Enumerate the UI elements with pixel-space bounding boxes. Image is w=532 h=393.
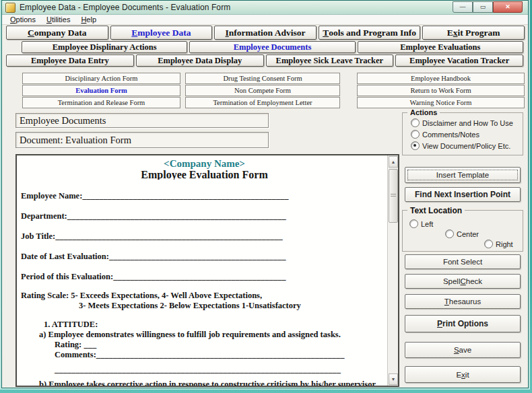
scrollbar-thumb[interactable] bbox=[389, 169, 398, 223]
minimize-button[interactable]: — bbox=[453, 1, 473, 13]
radio-center[interactable]: Center bbox=[445, 229, 479, 238]
form-non-compete[interactable]: Non Compete Form bbox=[185, 85, 340, 96]
text-location-groupbox: Text Location Left Center Right bbox=[402, 210, 523, 252]
nav-data-entry[interactable]: Employee Data Entry bbox=[6, 55, 134, 67]
nav-company-data[interactable]: Company Data bbox=[6, 26, 108, 40]
form-disciplinary-action[interactable]: Disciplinary Action Form bbox=[22, 73, 180, 84]
menu-options[interactable]: Options bbox=[5, 15, 41, 24]
menu-help[interactable]: Help bbox=[75, 15, 102, 24]
form-termination-letter[interactable]: Termination of Employment Letter bbox=[185, 97, 340, 108]
radio-comments-notes[interactable]: Comments/Notes bbox=[411, 130, 479, 139]
text-location-title: Text Location bbox=[407, 206, 465, 215]
nav-information-advisor[interactable]: Information Advisor bbox=[214, 26, 317, 40]
doc-line: ________________________________________… bbox=[17, 365, 388, 375]
document-content: <Company Name>Employee Evaluation FormEm… bbox=[17, 155, 388, 386]
nav-employee-evaluations[interactable]: Employee Evaluations bbox=[358, 41, 523, 53]
actions-group-title: Actions bbox=[407, 108, 440, 116]
nav-disciplinary-actions[interactable]: Employee Displinary Actions bbox=[22, 41, 187, 53]
category-field: Employee Documents bbox=[15, 113, 269, 128]
form-termination-release[interactable]: Termination and Release Form bbox=[22, 97, 180, 108]
desktop-background: Employee Data - Employee Documents - Eva… bbox=[0, 0, 532, 393]
actions-groupbox: Actions Disclaimer and How To Use Commen… bbox=[402, 112, 523, 155]
menu-utilities[interactable]: Utilities bbox=[41, 15, 75, 24]
radio-label: Comments/Notes bbox=[422, 131, 479, 139]
app-icon bbox=[5, 3, 15, 13]
doc-line: 3- Meets Expectations 2- Below Expectati… bbox=[17, 301, 388, 311]
radio-label: Center bbox=[457, 230, 479, 238]
radio-label: View Document/Policy Etc. bbox=[422, 142, 510, 150]
title-bar: Employee Data - Employee Documents - Eva… bbox=[2, 1, 528, 15]
nav-tools-program-info[interactable]: Tools and Program Info bbox=[319, 26, 421, 40]
radio-icon bbox=[411, 141, 420, 150]
close-button[interactable]: ✕ bbox=[493, 1, 523, 13]
thesaurus-button[interactable]: Thesaurus bbox=[405, 294, 521, 309]
doc-line: 1. ATTITUDE: bbox=[17, 320, 388, 330]
forms-column-3: Employee Handbook Return to Work Form Wa… bbox=[357, 73, 525, 108]
scroll-up-icon[interactable]: ▲ bbox=[389, 156, 398, 168]
nav-employee-data[interactable]: Employee Data bbox=[110, 26, 213, 40]
radio-right[interactable]: Right bbox=[484, 240, 513, 248]
nav-data-display[interactable]: Employee Data Display bbox=[136, 55, 264, 67]
exit-button[interactable]: Exit bbox=[405, 366, 521, 383]
document-forms-grid: Disciplinary Action Form Evaluation Form… bbox=[22, 73, 525, 108]
radio-left[interactable]: Left bbox=[409, 219, 433, 228]
menu-bar: Options Utilities Help bbox=[2, 15, 528, 25]
doc-line: Comments:_______________________________… bbox=[17, 350, 388, 360]
form-drug-testing[interactable]: Drug Testing Consent Form bbox=[185, 73, 340, 84]
document-field: Document: Evaluation Form bbox=[15, 132, 269, 148]
save-button[interactable]: Save bbox=[405, 342, 521, 358]
doc-line: Employee Name:__________________________… bbox=[17, 191, 388, 201]
nav-sick-leave-tracker[interactable]: Employee Sick Leave Tracker bbox=[266, 55, 394, 67]
doc-line: a) Employee demonstrates willingness to … bbox=[17, 330, 388, 340]
form-return-to-work[interactable]: Return to Work Form bbox=[357, 85, 525, 96]
window-title: Employee Data - Employee Documents - Eva… bbox=[20, 3, 230, 12]
doc-line: b) Employee takes corrective action in r… bbox=[17, 380, 388, 386]
radio-icon bbox=[411, 130, 420, 139]
radio-icon bbox=[409, 219, 418, 228]
forms-column-2: Drug Testing Consent Form Non Compete Fo… bbox=[185, 73, 340, 108]
nav-exit-program[interactable]: Exit Program bbox=[422, 26, 525, 40]
doc-line: Date of Last Evaluation:________________… bbox=[17, 252, 388, 262]
print-options-button[interactable]: Print Options bbox=[405, 315, 521, 332]
doc-line: Job Title:______________________________… bbox=[17, 231, 388, 242]
main-nav-row: Company Data Employee Data Information A… bbox=[6, 26, 525, 40]
doc-line: Employee Evaluation Form bbox=[17, 170, 388, 180]
nav-vacation-tracker[interactable]: Employee Vacation Tracker bbox=[395, 55, 523, 67]
radio-label: Disclaimer and How To Use bbox=[422, 119, 513, 127]
doc-line: Period of this Evaluation:______________… bbox=[17, 272, 388, 282]
radio-icon bbox=[445, 229, 454, 238]
document-preview[interactable]: <Company Name>Employee Evaluation FormEm… bbox=[15, 154, 399, 387]
radio-icon bbox=[411, 118, 420, 127]
radio-view-document[interactable]: View Document/Policy Etc. bbox=[411, 141, 510, 150]
radio-icon bbox=[484, 240, 493, 248]
radio-disclaimer[interactable]: Disclaimer and How To Use bbox=[411, 118, 513, 127]
employee-tools-row: Employee Data Entry Employee Data Displa… bbox=[6, 55, 523, 67]
radio-label: Right bbox=[496, 240, 513, 248]
maximize-button[interactable]: ▭ bbox=[473, 1, 493, 13]
doc-line: <Company Name> bbox=[17, 159, 388, 169]
forms-column-1: Disciplinary Action Form Evaluation Form… bbox=[22, 73, 180, 108]
form-employee-handbook[interactable]: Employee Handbook bbox=[357, 73, 525, 84]
form-evaluation[interactable]: Evaluation Form bbox=[22, 85, 180, 96]
doc-line: Rating: ___ bbox=[17, 340, 388, 350]
scroll-down-icon[interactable]: ▼ bbox=[389, 373, 398, 385]
radio-label: Left bbox=[421, 220, 433, 228]
doc-line: Department:_____________________________… bbox=[17, 211, 388, 221]
doc-line: Rating Scale: 5- Exceeds Expectations, 4… bbox=[17, 291, 388, 301]
nav-employee-documents[interactable]: Employee Documents bbox=[189, 41, 355, 53]
font-select-button[interactable]: Font Select bbox=[405, 254, 521, 269]
employee-section-row: Employee Displinary Actions Employee Doc… bbox=[22, 41, 523, 53]
spell-check-button[interactable]: Spell Check bbox=[405, 274, 521, 289]
window-controls: — ▭ ✕ bbox=[453, 1, 523, 13]
vertical-scrollbar[interactable]: ▲ ▼ bbox=[387, 155, 398, 386]
application-window: Employee Data - Employee Documents - Eva… bbox=[1, 0, 529, 388]
insert-template-button[interactable]: Insert Template bbox=[405, 167, 521, 183]
find-next-insertion-point-button[interactable]: Find Next Insertion Point bbox=[405, 187, 521, 202]
form-warning-notice[interactable]: Warning Notice Form bbox=[357, 97, 525, 108]
